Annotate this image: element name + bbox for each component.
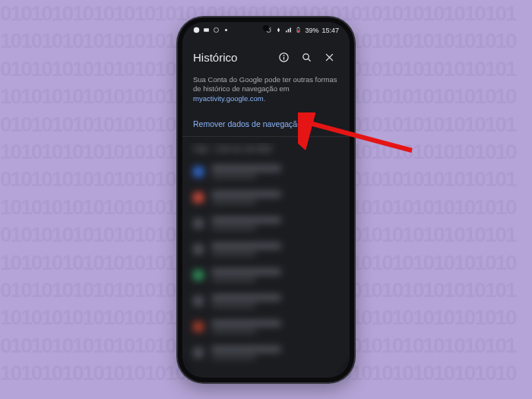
svg-point-11 [302,54,309,60]
close-icon [324,52,335,63]
myactivity-link[interactable]: myactivity.google.com [193,94,264,103]
dot-icon [223,27,230,33]
info-button[interactable] [272,46,295,69]
favicon [193,270,204,280]
svg-rect-7 [298,27,299,28]
battery-icon [295,27,302,33]
svg-rect-6 [297,30,299,32]
battery-percent: 39% [305,27,318,34]
notice-suffix: . [264,94,266,103]
svg-point-2 [214,28,219,33]
clear-browsing-data-link[interactable]: Remover dados de navegação… [182,112,350,136]
history-item[interactable] [187,340,345,366]
mail-icon [203,27,210,33]
history-item-text [211,165,339,179]
history-item[interactable] [187,211,345,236]
svg-rect-1 [204,28,209,32]
favicon [193,296,204,306]
history-item[interactable] [187,314,345,340]
account-activity-notice: Sua Conta do Google pode ter outras form… [182,75,350,112]
notice-prefix: Sua Conta do Google pode ter outras form… [193,75,337,93]
history-item[interactable] [187,236,345,262]
date-label: Hoje - 2 de nov. de 2023 [182,143,350,159]
page-title: Histórico [193,51,272,64]
signal-icon [285,27,292,33]
history-item[interactable] [187,185,345,211]
page-header: Histórico [182,39,350,75]
svg-point-3 [225,29,227,31]
svg-point-9 [283,55,284,56]
history-item-text [211,242,339,256]
favicon [193,347,204,358]
phone-frame: 39% 15:47 Histórico Sua Conta do Google … [178,17,354,382]
favicon [193,192,204,203]
whatsapp-icon [193,27,200,33]
favicon [193,244,204,255]
screen: 39% 15:47 Histórico Sua Conta do Google … [182,22,350,378]
history-item[interactable] [187,159,345,185]
search-icon [301,52,312,63]
svg-point-0 [194,27,200,33]
history-list [182,159,350,366]
history-item[interactable] [187,288,345,314]
history-item[interactable] [187,262,345,288]
favicon [193,218,204,229]
svg-rect-10 [283,57,283,60]
favicon [193,166,204,177]
status-time: 15:47 [321,27,339,34]
info-icon [278,52,290,63]
history-item-text [211,191,339,204]
status-left [193,27,230,33]
history-item-text [211,294,339,308]
search-button[interactable] [295,46,318,69]
status-right: 39% 15:47 [265,27,339,34]
history-item-text [211,217,339,230]
history-item-text [211,268,339,282]
history-item-text [211,320,339,334]
divider [182,136,350,137]
camera-cutout [263,25,269,31]
history-item-text [211,346,339,359]
close-button[interactable] [318,46,340,69]
favicon [193,321,204,332]
wifi-icon [275,27,282,33]
history-scroll[interactable]: Hoje - 2 de nov. de 2023 [182,143,350,375]
settings-status-icon [213,27,220,33]
